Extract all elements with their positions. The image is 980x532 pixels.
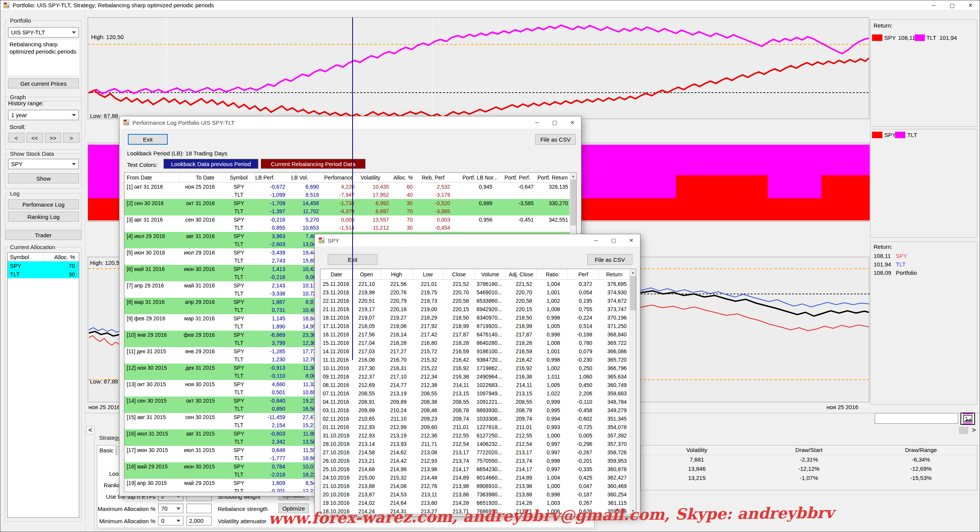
scrollbar-thumb[interactable] — [570, 180, 576, 225]
perf-log-row[interactable]: TLT0,85510,653-1,51411,21230-0,454 — [124, 224, 576, 232]
close-icon[interactable]: ✕ — [622, 234, 640, 246]
maximize-icon[interactable]: ▢ — [546, 116, 564, 129]
perf-log-row[interactable]: TLT-1,39711,702-4,3798,89770-3,065 — [124, 207, 576, 216]
scroll-fast-left-button[interactable]: << — [26, 133, 43, 143]
spy-cell: 6719920... — [475, 323, 506, 329]
spy-cell: 360,878 — [599, 466, 630, 472]
max-allocation-select[interactable]: 70 — [158, 504, 183, 513]
spy-data-row[interactable]: 09.11.2016212,37217,10212,34216,38249096… — [320, 372, 636, 381]
get-current-prices-button[interactable]: Get current Prices — [8, 78, 79, 88]
spy-data-row[interactable]: 07.11.2016208,55213,19208,55213,15109794… — [320, 389, 636, 398]
spy-data-row[interactable]: 08.11.2016212,69214,77212,38214,11102268… — [320, 381, 636, 389]
spy-data-row[interactable]: 15.11.2016217,04218,28216,80218,28864028… — [320, 339, 636, 347]
stats-column-header: Draw/Range — [865, 446, 977, 455]
save-image-button[interactable] — [960, 413, 975, 425]
perf-log-row[interactable]: [1] окт 31 2016ноя 25 2016SPY-0,6726,690… — [124, 183, 576, 191]
chevron-down-icon — [176, 508, 180, 510]
rebalance-strength-field[interactable] — [186, 504, 212, 513]
spy-data-row[interactable]: 14.11.2016217,03217,27215,72216,59918610… — [320, 347, 636, 356]
spy-data-row[interactable]: 31.10.2016212,93213,19212,36212,55612725… — [320, 431, 636, 440]
show-button[interactable]: Show — [8, 173, 79, 183]
scroll-left-button[interactable]: < — [8, 133, 24, 143]
chart-note-field[interactable] — [875, 413, 958, 424]
perf-cell: 4,220 — [324, 184, 361, 190]
minimize-icon[interactable]: ─ — [528, 116, 546, 129]
spy-data-row[interactable]: 20.10.2016213,87214,53213,11213,88736398… — [320, 490, 636, 499]
app-icon — [318, 237, 325, 243]
alloc-header-symbol[interactable]: Symbol — [8, 253, 44, 261]
file-as-csv-button[interactable]: File as CSV — [587, 254, 632, 265]
alloc-header-pct[interactable]: Alloc. % — [44, 254, 79, 260]
scroll-right-button[interactable]: > — [63, 133, 80, 143]
minimize-icon[interactable]: ─ — [924, 0, 943, 10]
close-icon[interactable]: ✕ — [564, 116, 581, 129]
volatility-attenuator-field[interactable]: 2,000 — [186, 516, 212, 525]
spy-scrollbar[interactable]: ▲ ▼ — [629, 269, 636, 514]
trader-button[interactable]: Trader — [5, 230, 82, 240]
spy-data-row[interactable]: 23.11.2016219,98220,76219,75220,70546901… — [320, 288, 636, 297]
spy-data-row[interactable]: 17.11.2016218,05219,06217,92218,99671992… — [320, 322, 636, 330]
ranking-log-button[interactable]: Ranking Log — [8, 212, 79, 222]
spy-data-row[interactable]: 11.11.2016216,08216,70215,32216,42938472… — [320, 356, 636, 364]
spy-cell: 217,56 — [353, 331, 381, 338]
maximize-icon[interactable]: ▢ — [943, 0, 961, 10]
stock-select[interactable]: SPY — [8, 159, 79, 169]
alloc-row-spy[interactable]: SPY 70 — [8, 261, 79, 270]
alloc-row-tlt[interactable]: TLT 30 — [8, 270, 79, 278]
performance-log-button[interactable]: Perfomance Log — [8, 199, 79, 209]
scroll-fast-right-button[interactable]: >> — [45, 133, 61, 143]
spy-data-row[interactable]: 03.11.2016209,99210,24208,46208,78889393… — [320, 406, 636, 415]
spy-allocation-band — [88, 198, 120, 220]
spy-data-row[interactable]: 21.11.2016219,17220,18219,00220,15694292… — [320, 305, 636, 313]
spy-titlebar[interactable]: SPY ─ ▢ ✕ — [315, 234, 640, 246]
perf-cell: SPY — [222, 447, 255, 453]
pan-left-button[interactable]: < — [86, 426, 95, 434]
spy-data-row[interactable]: 26.10.2016213,21214,42212,93213,74757055… — [320, 457, 636, 465]
scrollbar-thumb[interactable] — [959, 427, 968, 434]
spy-cell: 218,31 — [381, 365, 413, 371]
spy-data-row[interactable]: 25.11.2016221,10221,56221,01221,52378618… — [320, 280, 636, 288]
spy-data-row[interactable]: 04.11.2016208,91209,89208,38208,55109122… — [320, 398, 636, 406]
scroll-up-icon[interactable]: ▲ — [570, 173, 577, 179]
spy-cell: 213,11 — [413, 491, 443, 498]
perf-log-row[interactable]: [2] сен 30 2016окт 31 2016SPY-1,70914,45… — [124, 199, 576, 207]
pan-right-button[interactable]: > — [970, 426, 978, 434]
performance-log-titlebar[interactable]: Performance Log Portfolio UIS SPY-TLT ─ … — [119, 116, 581, 129]
spy-data-row[interactable]: 24.10.2016215,00215,32214,48214,89601466… — [320, 473, 636, 482]
file-as-csv-button[interactable]: File as CSV — [535, 134, 576, 145]
min-allocation-value: 0 — [161, 517, 164, 524]
spy-data-row[interactable]: 22.11.2016220,51220,79219,73220,58653386… — [320, 297, 636, 305]
perf-cell: TLT — [222, 225, 255, 231]
min-allocation-select[interactable]: 0 — [158, 516, 183, 525]
spy-data-row[interactable]: 10.11.2016217,30218,31215,22216,92171986… — [320, 364, 636, 372]
spy-cell: 0,780 — [568, 340, 599, 346]
minimize-icon[interactable]: ─ — [587, 234, 605, 246]
perf-log-row[interactable]: [3] авг 31 2016сен 30 2016SPY-0,2165,270… — [124, 215, 576, 224]
scrollbar-thumb[interactable] — [630, 276, 636, 310]
scroll-up-icon[interactable]: ▲ — [630, 269, 636, 276]
spy-cell: 212,99 — [381, 424, 413, 430]
spy-data-row[interactable]: 01.11.2016212,93212,99209,60211,01122781… — [320, 423, 636, 431]
portfolio-select[interactable]: UIS SPY-TLT — [8, 27, 79, 38]
spy-data-row[interactable]: 02.11.2016210,65211,10209,23209,74103330… — [320, 415, 636, 423]
spy-cell: 5469010... — [475, 289, 506, 295]
portfolio-description[interactable]: Rebalancing sharp optimized periodic per… — [8, 40, 79, 75]
spy-data-row[interactable]: 16.11.2016217,56218,14217,42217,87647614… — [320, 330, 636, 339]
tab-basic[interactable]: Basic — [97, 445, 116, 455]
spy-cell: 21.10.2016 — [320, 483, 353, 489]
history-range-select[interactable]: 1 year — [8, 110, 79, 120]
spy-cell: 213,74 — [506, 458, 537, 464]
spy-data-row[interactable]: 27.10.2016214,58214,62213,08213,17772202… — [320, 448, 636, 457]
maximize-icon[interactable]: ▢ — [605, 234, 622, 246]
spy-cell: 376,695 — [599, 281, 630, 287]
perf-log-table-head: From DateTo DateSymbolLB Perf.LB Vol.Per… — [124, 173, 576, 183]
spy-data-row[interactable]: 21.10.2016213,88214,08212,76213,98890891… — [320, 482, 636, 490]
spy-data-row[interactable]: 28.10.2016213,14213,93211,71212,54140623… — [320, 440, 636, 448]
close-icon[interactable]: ✕ — [961, 0, 980, 10]
perf-cell: TLT — [222, 241, 255, 247]
spy-data-row[interactable]: 25.10.2016214,68214,98213,98214,17665423… — [320, 465, 636, 473]
exit-button[interactable]: Exit — [128, 134, 168, 145]
perf-log-row[interactable]: TLT-1,0998,519-7,94717,95240-3,179 — [124, 191, 576, 199]
stats-value: -1,07% — [753, 473, 865, 483]
spy-data-row[interactable]: 18.11.2016219,07219,27218,29218,50834097… — [320, 313, 636, 322]
